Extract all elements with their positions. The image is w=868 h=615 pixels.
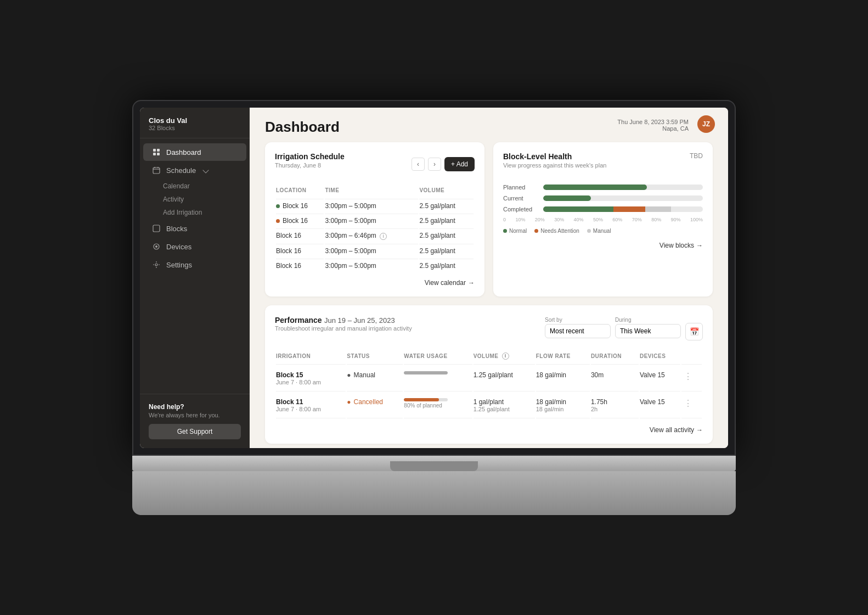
cancelled-dot-icon: ●	[347, 398, 351, 406]
cancelled-text: Cancelled	[354, 398, 383, 406]
calendar-sub-label: Calendar	[163, 182, 190, 190]
col-duration: DURATION	[591, 350, 639, 365]
sort-select[interactable]: Most recent	[545, 324, 611, 338]
more-options-icon[interactable]: ⋮	[681, 370, 695, 383]
calendar-button[interactable]: 📅	[685, 323, 703, 340]
help-title: Need help?	[149, 403, 241, 411]
svg-rect-8	[153, 225, 160, 232]
performance-controls: Sort by Most recent During This Week	[545, 315, 703, 340]
health-tbd: TBD	[690, 152, 703, 160]
performance-title: Performance	[275, 316, 322, 325]
progress-section: Planned Current	[503, 184, 703, 222]
blocks-arrow-icon: →	[696, 242, 703, 249]
col-volume: VOLUME i	[474, 350, 535, 365]
progress-scale: 0 10% 20% 30% 40% 50% 60% 70% 80% 90% 10	[503, 217, 703, 222]
status-text: Manual	[354, 371, 375, 379]
perf-row: Block 11 June 7 · 8:00 am ● Cancelled	[276, 393, 702, 418]
block-name: Block 15	[276, 371, 346, 379]
brand-section[interactable]: Clos du Val 32 Blocks	[140, 108, 250, 138]
add-irrigation-label: Add Irrigation	[163, 209, 202, 216]
current-bar	[543, 195, 591, 201]
sidebar-item-dashboard[interactable]: Dashboard	[143, 143, 246, 161]
user-avatar[interactable]: JZ	[697, 115, 715, 133]
grid-icon	[152, 148, 161, 156]
help-subtitle: We're always here for you.	[149, 412, 241, 418]
sidebar-item-calendar[interactable]: Calendar	[140, 180, 250, 193]
sidebar-item-schedule[interactable]: Schedule	[143, 161, 246, 179]
planned-label: Planned	[503, 184, 539, 191]
manual-dot	[587, 229, 591, 233]
planned-bar	[543, 185, 647, 190]
legend-manual: Manual	[587, 228, 611, 234]
sidebar-item-settings[interactable]: Settings	[143, 256, 246, 273]
svg-point-11	[155, 264, 157, 266]
dot-green-icon	[276, 204, 280, 208]
perf-actions[interactable]: ⋮	[681, 393, 702, 418]
svg-rect-0	[153, 149, 156, 152]
sidebar-item-add-irrigation[interactable]: Add Irrigation	[140, 206, 250, 219]
health-header: Block-Level Health View progress against…	[503, 152, 703, 176]
schedule-row: Block 16 3:00pm – 5:00pm 2.5 gal/plant	[276, 214, 474, 227]
health-title-group: Block-Level Health View progress against…	[503, 152, 606, 176]
legend-normal: Normal	[503, 228, 527, 234]
perf-flow-rate: 18 gal/min 18 gal/min	[536, 393, 590, 418]
sidebar-nav: Dashboard Schedule	[140, 138, 250, 394]
volume-info-icon: i	[502, 353, 509, 360]
calendar-btn-icon: 📅	[690, 327, 699, 336]
more-options-icon[interactable]: ⋮	[681, 396, 695, 410]
sidebar-item-activity[interactable]: Activity	[140, 193, 250, 206]
perf-status: ● Manual	[347, 366, 403, 392]
view-blocks-text: View blocks	[660, 242, 694, 249]
perf-water-usage	[404, 366, 472, 392]
current-bar-container	[543, 195, 703, 201]
perf-status: ● Cancelled	[347, 393, 403, 418]
perf-volume: 1.25 gal/plant	[474, 366, 535, 392]
schedule-label: Schedule	[166, 166, 196, 175]
progress-row-completed: Completed	[503, 206, 703, 213]
during-select[interactable]: This Week	[615, 324, 681, 338]
performance-header: Performance Jun 19 – Jun 25, 2023 Troubl…	[275, 315, 703, 340]
col-time: TIME	[325, 185, 418, 198]
next-arrow-button[interactable]: ›	[428, 158, 441, 171]
view-all-activity-link[interactable]: View all activity →	[275, 426, 703, 434]
normal-dot	[503, 229, 507, 233]
block-name: Block 11	[276, 398, 346, 406]
manual-dot-icon: ●	[347, 371, 351, 379]
svg-rect-1	[157, 149, 160, 152]
prev-arrow-button[interactable]: ‹	[412, 158, 425, 171]
sidebar-item-blocks[interactable]: Blocks	[143, 220, 246, 237]
arrow-right-icon: →	[468, 279, 475, 287]
status-cancelled: ● Cancelled	[347, 398, 403, 406]
schedule-volume: 2.5 gal/plant	[419, 199, 474, 213]
support-button[interactable]: Get Support	[149, 424, 241, 439]
page-title: Dashboard	[265, 119, 340, 136]
info-icon: i	[380, 233, 387, 240]
sidebar-item-devices[interactable]: Devices	[143, 238, 246, 255]
datetime-text: Thu June 8, 2023 3:59 PM	[617, 119, 689, 125]
perf-block: Block 11 June 7 · 8:00 am	[276, 393, 346, 418]
legend-needs-attention: Needs Attention	[534, 228, 579, 234]
view-blocks-link[interactable]: View blocks →	[503, 242, 703, 249]
performance-title-group: Performance Jun 19 – Jun 25, 2023 Troubl…	[275, 315, 412, 332]
perf-actions[interactable]: ⋮	[681, 366, 702, 392]
add-button[interactable]: + Add	[444, 157, 475, 171]
schedule-location: Block 16	[276, 199, 324, 213]
view-calendar-link[interactable]: View calendar →	[275, 279, 475, 287]
status-manual: ● Manual	[347, 371, 403, 379]
schedule-time: 3:00pm – 5:00pm	[325, 199, 418, 213]
svg-point-10	[155, 245, 157, 248]
attention-label: Needs Attention	[540, 228, 579, 234]
health-title: Block-Level Health	[503, 152, 606, 161]
during-label: During	[615, 317, 681, 323]
schedule-location: Block 16	[276, 259, 324, 272]
water-usage-fill-orange	[404, 398, 439, 401]
dot-orange-icon	[276, 219, 280, 223]
chevron-down-icon	[203, 167, 209, 173]
schedule-volume: 2.5 gal/plant	[419, 244, 474, 258]
irrigation-schedule-panel: Irrigation Schedule Thursday, June 8 ‹ ›…	[265, 142, 484, 297]
block-date: June 7 · 8:00 am	[276, 406, 346, 412]
performance-table: IRRIGATION STATUS WATER USAGE VOLUME i F…	[275, 349, 703, 420]
completed-gray-bar	[645, 206, 671, 212]
top-panels: Irrigation Schedule Thursday, June 8 ‹ ›…	[250, 142, 728, 305]
during-group: During This Week	[615, 317, 681, 338]
